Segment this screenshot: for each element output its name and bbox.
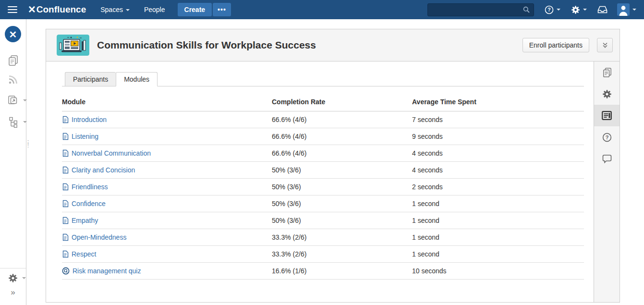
completion-rate-cell: 50% (3/6) [272,212,412,229]
space-tools-menu[interactable] [0,272,26,284]
tree-icon[interactable] [0,116,26,128]
table-row: Risk management quiz 16.6% (1/6) 10 seco… [62,263,584,280]
average-time-cell: 1 second [412,246,584,263]
table-row: Confidence 50% (3/6) 1 second [62,195,584,212]
completion-rate-cell: 33.3% (2/6) [272,229,412,246]
collapse-header-button[interactable] [597,38,613,52]
report-icon[interactable] [594,105,620,126]
modules-panel: Participants Modules Module Completion R… [46,61,594,302]
course-header: Communication Skills for Workplace Succe… [46,29,620,61]
gear-icon[interactable] [594,83,620,105]
modules-table: Module Completion Rate Average Time Spen… [62,95,584,280]
module-link[interactable]: Introduction [72,116,107,123]
column-header-module: Module [62,95,272,111]
create-button[interactable]: Create [178,3,212,16]
module-link[interactable]: Nonverbal Communication [72,149,151,157]
question-icon[interactable]: ? [594,126,620,148]
caret-down-icon [22,277,26,279]
search-input[interactable] [432,6,523,13]
help-menu[interactable]: ? [545,5,560,14]
average-time-cell: 1 second [412,212,584,229]
page-icon [62,200,69,207]
confluence-x-icon: ✕ [28,3,36,15]
sidebar-resize-handle[interactable]: ⋮⋮ [25,141,31,146]
module-link[interactable]: Risk management quiz [73,267,141,275]
table-row: Respect 33.3% (2/6) 1 second [62,246,584,263]
page-icon [62,233,69,241]
average-time-cell: 4 seconds [412,162,584,179]
completion-rate-cell: 50% (3/6) [272,162,412,179]
page-icon [62,183,69,191]
completion-rate-cell: 33.3% (2/6) [272,246,412,263]
svg-text:✕: ✕ [9,29,17,40]
gear-icon [571,5,580,14]
tab-modules[interactable]: Modules [116,72,158,86]
top-navbar: ✕ Confluence Spaces People Create ••• ? [0,0,644,19]
average-time-cell: 2 seconds [412,179,584,195]
caret-down-icon [126,9,130,11]
table-row: Listening 66.6% (4/6) 9 seconds [62,128,584,145]
module-link[interactable]: Friendliness [72,183,108,191]
svg-text:?: ? [605,134,608,140]
pages-icon[interactable] [0,54,26,67]
admin-menu[interactable] [571,5,587,14]
completion-rate-cell: 50% (3/6) [272,195,412,212]
module-link[interactable]: Respect [72,250,96,258]
module-link[interactable]: Listening [72,133,98,140]
completion-rate-cell: 16.6% (1/6) [272,263,412,280]
confluence-logo[interactable]: ✕ Confluence [28,4,86,15]
page-tools-strip: ? [594,61,620,302]
quiz-icon [62,267,70,275]
enroll-participants-button[interactable]: Enroll participants [522,38,589,52]
completion-rate-cell: 50% (3/6) [272,179,412,195]
completion-rate-cell: 66.6% (4/6) [272,145,412,162]
shortcuts-icon[interactable] [0,94,26,107]
module-link[interactable]: Empathy [72,217,98,224]
table-row: Empathy 50% (3/6) 1 second [62,212,584,229]
table-row: Clarity and Concision 50% (3/6) 4 second… [62,162,584,179]
page-icon [62,217,69,224]
tab-bar: Participants Modules [62,72,584,86]
svg-text:?: ? [547,7,550,12]
module-link[interactable]: Open-Mindedness [72,233,126,241]
column-header-completion: Completion Rate [272,95,412,111]
page-icon [62,133,69,140]
more-button[interactable]: ••• [213,3,231,16]
nav-spaces[interactable]: Spaces [100,6,130,13]
double-chevron-down-icon [602,42,608,49]
course-page: Communication Skills for Workplace Succe… [46,29,620,303]
table-row: Friendliness 50% (3/6) 2 seconds [62,179,584,195]
completion-rate-cell: 66.6% (4/6) [272,128,412,145]
caret-down-icon [23,121,27,123]
page-icon [62,116,69,123]
search-box[interactable] [427,3,534,16]
notifications-button[interactable] [597,5,608,14]
average-time-cell: 9 seconds [412,128,584,145]
page-icon [62,166,69,174]
column-header-time: Average Time Spent [412,95,584,111]
page-icon [62,250,69,258]
caret-down-icon [557,9,560,11]
table-row: Nonverbal Communication 66.6% (4/6) 4 se… [62,145,584,162]
average-time-cell: 1 second [412,229,584,246]
gear-icon [8,273,18,283]
module-link[interactable]: Confidence [72,200,106,207]
module-link[interactable]: Clarity and Concision [72,166,135,174]
pages-icon[interactable] [594,61,620,83]
average-time-cell: 7 seconds [412,111,584,128]
caret-down-icon [23,99,27,101]
average-time-cell: 10 seconds [412,263,584,280]
profile-menu[interactable] [617,3,636,16]
page-title: Communication Skills for Workplace Succe… [97,39,316,51]
tab-participants[interactable]: Participants [65,72,116,86]
nav-people[interactable]: People [144,6,165,13]
comment-icon[interactable] [594,148,620,170]
user-avatar-icon [617,3,630,16]
caret-down-icon [632,9,636,11]
page-icon [62,149,69,157]
space-logo-icon[interactable]: ✕ [0,25,26,43]
expand-icon[interactable]: » [0,287,26,298]
menu-icon[interactable] [8,4,17,15]
rss-icon[interactable] [0,74,26,85]
app-sidebar: ✕ [0,19,26,305]
